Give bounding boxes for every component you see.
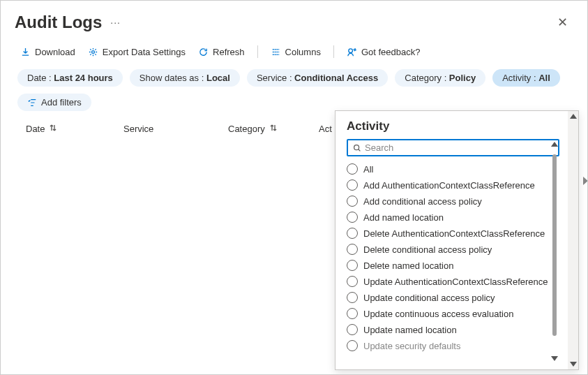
svg-point-1	[349, 48, 353, 52]
radio-icon	[347, 179, 358, 191]
search-input[interactable]	[365, 142, 554, 153]
radio-icon	[347, 340, 358, 351]
filter-activity[interactable]: Activity : All	[492, 69, 560, 87]
option-list: All Add AuthenticationContextClassRefere…	[347, 163, 564, 351]
radio-icon	[347, 244, 358, 255]
radio-icon	[347, 308, 358, 319]
toolbar: Download Export Data Settings Refresh Co…	[1, 38, 587, 68]
activity-dropdown: Activity All Add AuthenticationContextCl…	[335, 110, 579, 370]
download-button[interactable]: Download	[20, 47, 75, 57]
scroll-down-icon[interactable]	[570, 362, 577, 367]
radio-icon	[347, 212, 358, 223]
scroll-right-icon[interactable]	[583, 177, 588, 185]
outer-scrollbar[interactable]	[568, 111, 578, 369]
sort-icon	[269, 124, 278, 134]
scroll-up-icon[interactable]	[570, 114, 577, 119]
sort-icon	[49, 124, 57, 134]
option-item[interactable]: Delete named location	[347, 260, 564, 271]
feedback-button[interactable]: Got feedback?	[347, 47, 421, 57]
dropdown-title: Activity	[347, 119, 564, 133]
refresh-button[interactable]: Refresh	[198, 47, 245, 57]
svg-point-2	[354, 145, 359, 149]
option-item[interactable]: Delete conditional access policy	[347, 244, 564, 255]
separator	[257, 45, 258, 58]
radio-icon	[347, 260, 358, 271]
filter-pills: Date : Last 24 hours Show dates as : Loc…	[1, 68, 587, 88]
col-activity-label: Act	[319, 124, 332, 134]
columns-label: Columns	[285, 47, 321, 57]
col-category-label: Category	[228, 124, 265, 134]
more-icon[interactable]: ···	[110, 17, 121, 28]
filter-service[interactable]: Service : Conditional Access	[247, 69, 388, 87]
option-item[interactable]: Delete AuthenticationContextClassReferen…	[347, 228, 564, 239]
option-item[interactable]: Add AuthenticationContextClassReference	[347, 179, 564, 191]
feedback-label: Got feedback?	[361, 47, 421, 57]
separator	[333, 45, 334, 58]
download-label: Download	[35, 47, 75, 57]
radio-icon	[347, 228, 358, 239]
close-icon[interactable]: ✕	[552, 12, 573, 33]
scrollbar-thumb[interactable]	[552, 154, 557, 336]
col-category[interactable]: Category	[228, 124, 319, 134]
option-item[interactable]: Add named location	[347, 212, 564, 223]
filter-date[interactable]: Date : Last 24 hours	[17, 69, 123, 87]
dropdown-search[interactable]	[347, 139, 559, 156]
col-service-label: Service	[123, 124, 153, 134]
refresh-icon	[198, 47, 209, 57]
radio-icon	[347, 196, 358, 207]
export-label: Export Data Settings	[103, 47, 186, 57]
columns-icon	[271, 47, 281, 57]
add-filters-button[interactable]: Add filters	[17, 94, 91, 111]
svg-point-0	[91, 50, 94, 53]
add-filter-icon	[27, 98, 37, 108]
filter-category[interactable]: Category : Policy	[395, 69, 485, 87]
option-item[interactable]: Update named location	[347, 324, 564, 335]
page-title: Audit Logs	[15, 13, 102, 32]
col-date-label: Date	[26, 124, 45, 134]
option-item[interactable]: Update conditional access policy	[347, 292, 564, 303]
col-date[interactable]: Date	[26, 124, 123, 134]
search-icon	[352, 143, 362, 153]
option-item[interactable]: Update continuous access evaluation	[347, 308, 564, 319]
option-item[interactable]: Update security defaults	[347, 340, 564, 351]
radio-icon	[347, 292, 358, 303]
filter-show-dates-as[interactable]: Show dates as : Local	[130, 69, 240, 87]
option-item[interactable]: Add conditional access policy	[347, 196, 564, 207]
columns-button[interactable]: Columns	[271, 47, 321, 57]
gear-icon	[88, 47, 98, 57]
scroll-up-icon[interactable]	[551, 142, 558, 147]
radio-icon	[347, 324, 358, 335]
option-all[interactable]: All	[347, 163, 564, 175]
download-icon	[20, 47, 31, 57]
refresh-label: Refresh	[213, 47, 245, 57]
col-service[interactable]: Service	[123, 124, 228, 134]
feedback-icon	[347, 47, 357, 57]
export-settings-button[interactable]: Export Data Settings	[88, 47, 186, 57]
scroll-down-icon[interactable]	[551, 356, 558, 361]
radio-icon	[347, 163, 358, 175]
radio-icon	[347, 276, 358, 287]
option-item[interactable]: Update AuthenticationContextClassReferen…	[347, 276, 564, 287]
add-filters-label: Add filters	[41, 97, 82, 108]
